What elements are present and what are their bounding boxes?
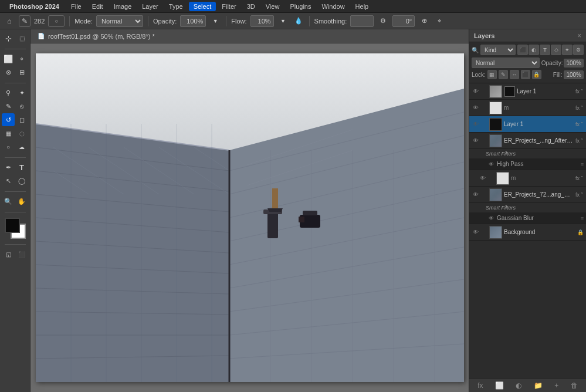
shape-tool[interactable]: ◯ — [15, 174, 28, 187]
filter-adjustment-icon[interactable]: ◐ — [529, 45, 539, 55]
quick-select-tool[interactable]: ⊗ — [2, 66, 15, 79]
layer-item[interactable]: 👁 m fx ˅ — [469, 100, 586, 116]
flow-options-icon[interactable]: ▼ — [277, 15, 289, 27]
layer-fx-icon[interactable]: fx — [575, 121, 580, 127]
smoothing-input[interactable] — [350, 15, 374, 27]
layer-item[interactable]: 👁 ER_Projects_...ng_After_1-1 fx ˅ — [469, 133, 586, 149]
layers-settings-icon[interactable]: ⚙ — [573, 45, 584, 55]
layer-visibility-toggle[interactable]: 👁 — [472, 120, 480, 129]
airbrush-icon[interactable]: 💧 — [293, 15, 304, 27]
symmetry-icon[interactable]: ⊕ — [418, 15, 430, 27]
menu-type[interactable]: Type — [164, 2, 188, 11]
quick-mask-icon[interactable]: ◱ — [2, 248, 15, 261]
settings-icon[interactable]: ⚙ — [377, 15, 389, 27]
move-tool[interactable]: ⊹ — [2, 32, 15, 45]
layer-chevron-icon[interactable]: ˅ — [581, 105, 584, 111]
zoom-tool[interactable]: 🔍 — [2, 195, 15, 208]
flow-input[interactable] — [250, 15, 274, 27]
create-layer-button[interactable]: + — [552, 380, 561, 391]
layer-visibility-toggle[interactable]: 👁 — [472, 228, 480, 236]
filter-visibility-toggle[interactable]: 👁 — [487, 160, 495, 168]
eyedropper-tool[interactable]: ⚲ — [2, 86, 15, 99]
type-tool[interactable]: T — [15, 161, 28, 174]
menu-view[interactable]: View — [261, 2, 284, 11]
lock-position-button[interactable]: ↔ — [510, 70, 519, 79]
filter-options-icon[interactable]: ≡ — [581, 161, 584, 167]
hand-tool[interactable]: ✋ — [15, 195, 28, 208]
menu-layer[interactable]: Layer — [137, 2, 163, 11]
fill-value[interactable]: 100% — [564, 70, 584, 79]
lock-pixels-button[interactable]: ✎ — [499, 70, 508, 79]
canvas-document[interactable] — [36, 53, 464, 382]
smudge-tool[interactable]: ☁ — [15, 140, 28, 153]
screen-mode-icon[interactable]: ⬛ — [15, 248, 28, 261]
filter-item[interactable]: 👁 High Pass ≡ — [469, 158, 586, 170]
layer-visibility-toggle[interactable]: 👁 — [472, 137, 480, 145]
layer-item[interactable]: 👁 Layer 1 fx ˅ — [469, 83, 586, 100]
brush-preview-icon[interactable]: ○ — [48, 15, 65, 27]
layer-chevron-icon[interactable]: ˅ — [581, 121, 584, 127]
layer-item[interactable]: 👁 Background 🔒 — [469, 224, 586, 241]
menu-help[interactable]: Help — [351, 2, 374, 11]
filter-visibility-toggle[interactable]: 👁 — [487, 214, 495, 222]
crop-tool[interactable]: ⊞ — [15, 66, 28, 79]
layer-item[interactable]: 👁 m fx ˅ — [469, 170, 586, 187]
pen-tool[interactable]: ✒ — [2, 161, 15, 174]
pressure-icon[interactable]: ⌖ — [433, 15, 445, 27]
home-icon[interactable]: ⌂ — [4, 15, 15, 27]
lasso-tool[interactable]: ⌖ — [15, 52, 28, 65]
opacity-value[interactable]: 100% — [564, 59, 584, 67]
layer-visibility-toggle[interactable]: 👁 — [472, 104, 480, 112]
layer-visibility-toggle[interactable]: 👁 — [472, 191, 480, 199]
layer-item[interactable]: 👁 ER_Projects_72...ang_After_1-1 fx ˅ — [469, 187, 586, 203]
lock-all-button[interactable]: 🔒 — [532, 70, 541, 79]
menu-image[interactable]: Image — [109, 2, 137, 11]
layer-fx-icon[interactable]: fx — [575, 89, 580, 94]
lock-transparent-button[interactable]: ▦ — [487, 70, 497, 79]
dodge-tool[interactable]: ○ — [2, 140, 15, 153]
gradient-tool[interactable]: ▦ — [2, 127, 15, 140]
layers-filter-kind-select[interactable]: Kind — [480, 45, 516, 55]
layer-visibility-toggle[interactable]: 👁 — [479, 174, 487, 183]
canvas-wrapper[interactable] — [31, 43, 469, 392]
menu-3d[interactable]: 3D — [242, 2, 260, 11]
layer-chevron-icon[interactable]: ˅ — [581, 138, 584, 144]
layer-fx-icon[interactable]: fx — [575, 138, 580, 144]
filter-pixel-icon[interactable]: ⬛ — [517, 45, 528, 55]
filter-shape-icon[interactable]: ◇ — [551, 45, 561, 55]
blend-mode-select[interactable]: Normal — [96, 15, 143, 27]
layer-visibility-toggle[interactable]: 👁 — [472, 87, 480, 96]
rectangular-marquee-tool[interactable]: ⬜ — [2, 52, 15, 65]
history-brush-tool[interactable]: ↺ — [2, 113, 15, 126]
menu-edit[interactable]: Edit — [87, 2, 108, 11]
layer-fx-icon[interactable]: fx — [575, 192, 580, 198]
filter-smart-icon[interactable]: ✦ — [562, 45, 573, 55]
artboard-tool[interactable]: ⬚ — [15, 32, 28, 45]
layer-item[interactable]: 👁 Layer 1 fx ˅ — [469, 116, 586, 133]
eraser-tool[interactable]: ◻ — [15, 113, 28, 126]
canvas-tab[interactable]: 📄 roofTest01.psd @ 50% (m, RGB/8*) * — [31, 29, 469, 43]
clone-stamp-tool[interactable]: ⎋ — [15, 100, 28, 113]
create-group-button[interactable]: 📁 — [531, 380, 545, 391]
lock-artboard-button[interactable]: ⬛ — [521, 70, 530, 79]
angle-input[interactable] — [392, 15, 415, 27]
filter-type-icon[interactable]: T — [540, 45, 550, 55]
opacity-options-icon[interactable]: ▼ — [209, 15, 221, 27]
layer-fx-icon[interactable]: fx — [575, 105, 580, 111]
filter-options-icon[interactable]: ≡ — [581, 215, 584, 221]
add-style-button[interactable]: fx — [475, 380, 485, 391]
blur-tool[interactable]: ◌ — [15, 127, 28, 140]
menu-filter[interactable]: Filter — [217, 2, 241, 11]
brush-tool-icon[interactable]: ✎ — [19, 15, 31, 27]
layer-blend-mode-select[interactable]: Normal — [472, 58, 540, 68]
layers-panel-close-button[interactable]: × — [577, 32, 581, 40]
filter-item[interactable]: 👁 Gaussian Blur ≡ — [469, 212, 586, 224]
foreground-color-chip[interactable] — [5, 218, 20, 233]
layer-chevron-icon[interactable]: ˅ — [581, 192, 584, 198]
delete-layer-button[interactable]: 🗑 — [568, 380, 580, 391]
menu-file[interactable]: File — [66, 2, 86, 11]
layer-fx-icon[interactable]: fx — [575, 175, 580, 181]
brush-tool[interactable]: ✎ — [2, 100, 15, 113]
add-mask-button[interactable]: ⬜ — [493, 380, 506, 391]
menu-window[interactable]: Window — [317, 2, 349, 11]
